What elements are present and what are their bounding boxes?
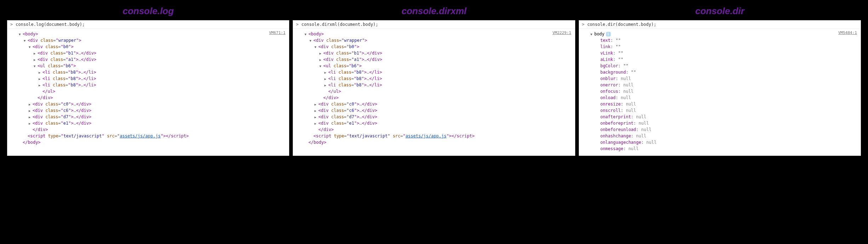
tree-node[interactable]: </div> <box>304 126 572 133</box>
tree-node[interactable]: <div class="d7">…</div> <box>19 114 286 120</box>
vm-source-link[interactable]: VM5484:1 <box>838 30 857 36</box>
dom-tree[interactable]: <body><div class="wrapper"><div class="b… <box>297 31 572 146</box>
tree-node[interactable]: </ul> <box>19 88 286 95</box>
disclosure-closed-icon[interactable] <box>39 82 42 88</box>
tree-node[interactable]: <body> <box>304 31 572 37</box>
disclosure-closed-icon[interactable] <box>34 56 37 63</box>
tree-node[interactable]: <div class="c0">…</div> <box>304 101 572 107</box>
console-output[interactable]: VM5484:1 bodyitext: ""link: ""vLink: ""a… <box>579 29 861 155</box>
object-property[interactable]: onlanguagechange: null <box>590 139 858 146</box>
tree-node[interactable]: <li class="b8">…</li> <box>304 75 572 82</box>
vm-source-link[interactable]: VM671:1 <box>269 30 285 36</box>
console-input-row[interactable]: > console.dir(document.body); <box>579 21 861 29</box>
tree-node[interactable]: <div class="a1">…</div> <box>304 56 572 63</box>
console-output[interactable]: VM2229:1 <body><div class="wrapper"><div… <box>293 29 575 155</box>
disclosure-closed-icon[interactable] <box>319 50 323 56</box>
info-icon[interactable]: i <box>606 32 611 36</box>
tree-node[interactable]: <li class="b8">…</li> <box>304 82 572 88</box>
object-property[interactable]: onmessage: null <box>590 146 858 152</box>
tree-node[interactable]: <div class="a1">…</div> <box>19 56 286 63</box>
tree-node[interactable]: </div> <box>19 126 286 133</box>
disclosure-open-icon[interactable] <box>590 31 594 37</box>
disclosure-open-icon[interactable] <box>309 37 313 44</box>
node-content: <li class="b8">…</li> <box>42 76 96 81</box>
tree-node[interactable]: <li class="b8">…</li> <box>19 69 286 75</box>
tree-node[interactable]: <div class="d7">…</div> <box>304 114 572 120</box>
object-property[interactable]: onbeforeunload: null <box>590 126 858 133</box>
disclosure-closed-icon[interactable] <box>314 107 318 114</box>
disclosure-open-icon[interactable] <box>19 31 22 37</box>
disclosure-open-icon[interactable] <box>314 44 318 50</box>
object-property[interactable]: text: "" <box>590 37 858 44</box>
tree-node[interactable]: </div> <box>304 95 572 101</box>
disclosure-closed-icon[interactable] <box>29 120 32 126</box>
disclosure-open-icon[interactable] <box>24 37 27 44</box>
script-src-link[interactable]: assets/js/app.js <box>406 134 447 138</box>
disclosure-closed-icon[interactable] <box>324 69 328 75</box>
object-property[interactable]: aLink: "" <box>590 56 858 63</box>
panel-title: console.dir <box>579 4 861 20</box>
object-property[interactable]: onbeforeprint: null <box>590 120 858 126</box>
disclosure-closed-icon[interactable] <box>39 69 42 75</box>
dom-tree[interactable]: <body><div class="wrapper"><div class="b… <box>12 31 286 146</box>
tree-node[interactable]: <ul class="b6"> <box>304 63 572 69</box>
object-property[interactable]: onresize: null <box>590 101 858 107</box>
object-property[interactable]: onscroll: null <box>590 107 858 114</box>
object-property[interactable]: vLink: "" <box>590 50 858 56</box>
tree-node[interactable]: <div class="b0"> <box>19 44 286 50</box>
object-root[interactable]: bodyi <box>590 31 858 37</box>
disclosure-open-icon[interactable] <box>34 63 37 69</box>
tree-node[interactable]: <div class="e1">…</div> <box>304 120 572 126</box>
disclosure-closed-icon[interactable] <box>314 120 318 126</box>
tree-node[interactable]: </ul> <box>304 88 572 95</box>
property-key: link <box>600 44 611 49</box>
tree-node[interactable]: <li class="b8">…</li> <box>304 69 572 75</box>
tree-node[interactable]: </body> <box>304 139 572 146</box>
tree-node[interactable]: <div class="wrapper"> <box>19 37 286 44</box>
tree-node[interactable]: <div class="c6">…</div> <box>304 107 572 114</box>
script-src-link[interactable]: assets/js/app.js <box>120 134 161 138</box>
tree-node[interactable]: <div class="b1">…</div> <box>19 50 286 56</box>
disclosure-closed-icon[interactable] <box>39 75 42 82</box>
disclosure-closed-icon[interactable] <box>314 101 318 107</box>
disclosure-closed-icon[interactable] <box>29 107 32 114</box>
tree-node[interactable]: <div class="e1">…</div> <box>19 120 286 126</box>
disclosure-open-icon[interactable] <box>29 44 32 50</box>
console-input-row[interactable]: > console.dirxml(document.body); <box>293 21 575 29</box>
tree-node[interactable]: </body> <box>19 139 286 146</box>
object-property-tree[interactable]: bodyitext: ""link: ""vLink: ""aLink: ""b… <box>583 31 858 152</box>
disclosure-open-icon[interactable] <box>304 31 308 37</box>
disclosure-closed-icon[interactable] <box>324 75 328 82</box>
console-input-row[interactable]: > console.log(document.body); <box>7 21 289 29</box>
disclosure-closed-icon[interactable] <box>29 114 32 120</box>
object-property[interactable]: onblur: null <box>590 75 858 82</box>
tree-node[interactable]: <div class="wrapper"> <box>304 37 572 44</box>
console-output[interactable]: VM671:1 <body><div class="wrapper"><div … <box>7 29 289 155</box>
tree-node[interactable]: <script type="text/javascript" src="asse… <box>304 133 572 139</box>
tree-node[interactable]: <script type="text/javascript" src="asse… <box>19 133 286 139</box>
tree-node[interactable]: <div class="b1">…</div> <box>304 50 572 56</box>
disclosure-closed-icon[interactable] <box>319 56 323 63</box>
object-property[interactable]: onafterprint: null <box>590 114 858 120</box>
tree-node[interactable]: <div class="c0">…</div> <box>19 101 286 107</box>
disclosure-closed-icon[interactable] <box>34 50 37 56</box>
tree-node[interactable]: <div class="c6">…</div> <box>19 107 286 114</box>
object-property[interactable]: background: "" <box>590 69 858 75</box>
object-property[interactable]: onhashchange: null <box>590 133 858 139</box>
object-property[interactable]: onerror: null <box>590 82 858 88</box>
vm-source-link[interactable]: VM2229:1 <box>553 30 571 36</box>
tree-node[interactable]: <body> <box>19 31 286 37</box>
disclosure-closed-icon[interactable] <box>324 82 328 88</box>
tree-node[interactable]: <li class="b8">…</li> <box>19 75 286 82</box>
disclosure-closed-icon[interactable] <box>29 101 32 107</box>
object-property[interactable]: onload: null <box>590 95 858 101</box>
tree-node[interactable]: <li class="b8">…</li> <box>19 82 286 88</box>
object-property[interactable]: bgColor: "" <box>590 63 858 69</box>
object-property[interactable]: onfocus: null <box>590 88 858 95</box>
disclosure-closed-icon[interactable] <box>314 114 318 120</box>
disclosure-open-icon[interactable] <box>319 63 323 69</box>
tree-node[interactable]: <ul class="b6"> <box>19 63 286 69</box>
tree-node[interactable]: <div class="b0"> <box>304 44 572 50</box>
object-property[interactable]: link: "" <box>590 44 858 50</box>
tree-node[interactable]: </div> <box>19 95 286 101</box>
